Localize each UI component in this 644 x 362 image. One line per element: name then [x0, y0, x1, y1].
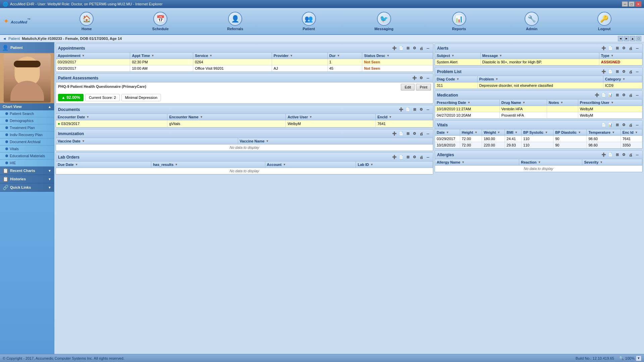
edit-btn[interactable]: Edit [401, 84, 415, 90]
minimize-btn[interactable]: ─ [622, 1, 628, 7]
documents-add-btn[interactable]: ➕ [398, 107, 404, 113]
col-appt-time[interactable]: Appt Time ▼ [130, 53, 193, 59]
documents-export-btn[interactable]: 📄 [405, 107, 411, 113]
appointments-export-btn[interactable]: 📄 [398, 45, 404, 51]
col-enc-id-vital[interactable]: Enc Id ▼ [621, 129, 642, 136]
immunization-add-btn[interactable]: ➕ [391, 131, 397, 137]
breadcrumb-patient-link[interactable]: Patient [8, 37, 20, 41]
col-encounter-name[interactable]: Encounter Name ▼ [167, 114, 286, 120]
lab-grid-btn[interactable]: ⊞ [405, 154, 411, 160]
sidebar-item-treatment-plan[interactable]: Treatment Plan [0, 124, 54, 131]
col-message[interactable]: Message ▼ [480, 53, 599, 59]
nav-referrals[interactable]: 👤 Referrals [227, 12, 243, 31]
assessments-add-btn[interactable]: ➕ [412, 75, 418, 81]
immunization-collapse-btn[interactable]: ─ [425, 131, 431, 137]
med-grid-btn[interactable]: ⊞ [614, 92, 620, 98]
allergy-settings-btn[interactable]: ⚙ [621, 152, 627, 158]
med-export-btn[interactable]: 📄 [601, 92, 607, 98]
nav-admin[interactable]: 🔧 Admin [525, 12, 539, 31]
lab-settings-btn[interactable]: ⚙ [412, 154, 418, 160]
vitals-collapse-btn[interactable]: ─ [634, 122, 640, 128]
nav-expand-btn[interactable]: □ [636, 36, 641, 41]
problem-settings-btn[interactable]: ⚙ [621, 69, 627, 75]
col-temperature[interactable]: Temperature ▼ [587, 129, 621, 136]
col-prescribing-date[interactable]: Prescribing Date ▼ [435, 100, 499, 106]
col-height[interactable]: Height ▼ [460, 129, 482, 136]
col-appointment[interactable]: Appointment ▼ [56, 53, 130, 59]
col-subject[interactable]: Subject ▼ [435, 53, 480, 59]
appointments-print-btn[interactable]: 🖨 [418, 45, 424, 51]
col-provider[interactable]: Provider ▼ [272, 53, 327, 59]
immunization-grid-btn[interactable]: ⊞ [405, 131, 411, 137]
problem-export-btn[interactable]: 📄 [607, 69, 613, 75]
allergy-print-btn[interactable]: 🖨 [628, 152, 634, 158]
allergy-add-btn[interactable]: ➕ [601, 152, 607, 158]
col-prescribing-user[interactable]: Prescribing User ▼ [578, 100, 642, 106]
nav-schedule[interactable]: 📅 Schedule [152, 12, 169, 31]
col-enc-id[interactable]: EncId ▼ [376, 114, 433, 120]
med-settings-btn[interactable]: ⚙ [621, 92, 627, 98]
col-vaccine-date[interactable]: Vaccine Date ▼ [56, 138, 238, 144]
sidebar-quick-links-header[interactable]: 🔗 Quick Links ▼ [0, 183, 54, 192]
col-notes[interactable]: Notes ▼ [547, 100, 578, 106]
col-diag-code[interactable]: Diag Code ▼ [435, 76, 477, 82]
alerts-grid-btn[interactable]: ⊞ [614, 45, 620, 51]
col-type[interactable]: Type ▼ [599, 53, 642, 59]
col-due-date[interactable]: Due Date ▼ [56, 162, 151, 168]
sidebar-chart-view-header[interactable]: Chart View ▲ [0, 103, 54, 110]
col-reaction[interactable]: Reaction ▼ [519, 159, 582, 166]
nav-home[interactable]: 🏠 Home [79, 12, 94, 31]
col-bp-systolic[interactable]: BP Systolic ▼ [522, 129, 553, 136]
alerts-export-btn[interactable]: 📄 [607, 45, 613, 51]
alerts-settings-btn[interactable]: ⚙ [621, 45, 627, 51]
col-weight[interactable]: Weight ▼ [482, 129, 505, 136]
sidebar-recent-charts-header[interactable]: 📋 Recent Charts ▼ [0, 167, 54, 175]
sidebar-item-demographics[interactable]: Demographics [0, 117, 54, 124]
lab-export-btn[interactable]: 📄 [398, 154, 404, 160]
close-btn[interactable]: ✕ [635, 1, 641, 7]
assessments-collapse-btn[interactable]: ─ [425, 75, 431, 81]
allergy-grid-btn[interactable]: ⊞ [614, 152, 620, 158]
col-bmi[interactable]: BMI ▼ [505, 129, 522, 136]
vitals-print-btn[interactable]: 🖨 [628, 122, 634, 128]
appointments-grid-btn[interactable]: ⊞ [405, 45, 411, 51]
col-service[interactable]: Service ▼ [193, 53, 272, 59]
col-status-desc[interactable]: Status Desc ▼ [362, 53, 433, 59]
vitals-chart-btn[interactable]: 📊 [607, 122, 613, 128]
allergy-collapse-btn[interactable]: ─ [634, 152, 640, 158]
immunization-export-btn[interactable]: 📄 [398, 131, 404, 137]
col-account[interactable]: Account ▼ [265, 162, 356, 168]
sidebar-item-indiv-recovery[interactable]: Indiv Recovery Plan [0, 131, 54, 138]
sidebar-item-hie[interactable]: HIE [0, 160, 54, 167]
col-allergy-name[interactable]: Allergy Name ▼ [435, 159, 519, 166]
nav-back-btn[interactable]: ◄ [618, 36, 623, 41]
med-chart-btn[interactable]: 📊 [607, 92, 613, 98]
col-lab-id[interactable]: Lab ID ▼ [356, 162, 433, 168]
documents-grid-btn[interactable]: ⊞ [412, 107, 418, 113]
col-problem[interactable]: Problem ▼ [477, 76, 603, 82]
col-severity[interactable]: Severity ▼ [582, 159, 642, 166]
assessments-settings-btn[interactable]: ⚙ [418, 75, 424, 81]
lab-print-btn[interactable]: 🖨 [418, 154, 424, 160]
vitals-settings-btn[interactable]: ⚙ [621, 122, 627, 128]
immunization-print-btn[interactable]: 🖨 [418, 131, 424, 137]
lab-add-btn[interactable]: ➕ [391, 154, 397, 160]
col-vital-date[interactable]: Date ▼ [435, 129, 460, 136]
col-vaccine-name[interactable]: Vaccine Name ▼ [238, 138, 433, 144]
col-category[interactable]: Category ▼ [603, 76, 642, 82]
col-active-user[interactable]: Active User ▼ [286, 114, 376, 120]
nav-logout[interactable]: 🔑 Logout [597, 12, 611, 31]
back-arrow[interactable]: ◄ [3, 37, 6, 41]
appointments-add-btn[interactable]: ➕ [391, 45, 397, 51]
sidebar-item-educational-materials[interactable]: Educational Materials [0, 153, 54, 160]
nav-patient[interactable]: 👥 Patient [302, 12, 316, 31]
nav-up-btn[interactable]: ▲ [630, 36, 635, 41]
problem-collapse-btn[interactable]: ─ [634, 69, 640, 75]
allergy-export-btn[interactable]: 📄 [607, 152, 613, 158]
problem-grid-btn[interactable]: ⊞ [614, 69, 620, 75]
alerts-add-btn[interactable]: ➕ [601, 45, 607, 51]
appointments-settings-btn[interactable]: ⚙ [412, 45, 418, 51]
appointments-collapse-btn[interactable]: ─ [425, 45, 431, 51]
alerts-collapse-btn[interactable]: ─ [634, 45, 640, 51]
med-print-btn[interactable]: 🖨 [628, 92, 634, 98]
